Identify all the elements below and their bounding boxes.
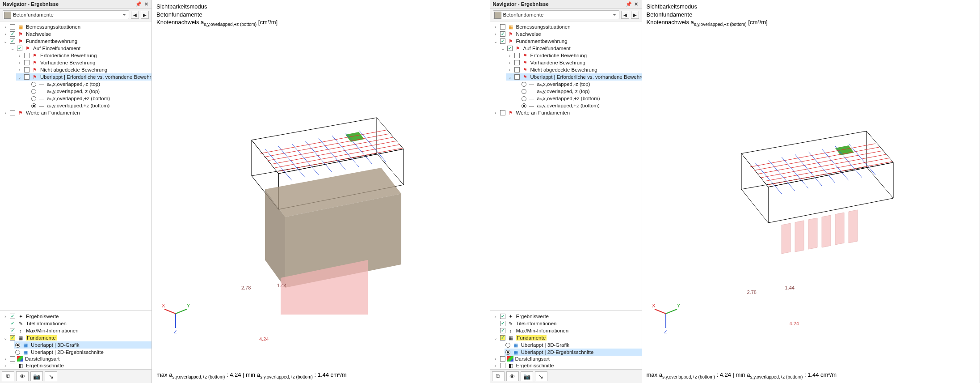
expand-icon[interactable]: › [493,314,498,319]
tree-werte[interactable]: Werte an Fundamenten [26,110,80,115]
checkbox[interactable] [10,110,15,115]
tree-u2d[interactable]: Überlappt | 2D-Ergebnisschnitte [521,349,594,355]
expand-icon[interactable]: › [17,60,22,65]
tree-ergebniswerte[interactable]: Ergebniswerte [516,314,549,319]
tree-fundamente[interactable]: Fundamente [516,335,547,340]
results-tree[interactable]: › ▦ Bemessungssituationen › ⚑ Nachweise … [490,21,642,311]
expand-icon[interactable]: › [507,53,513,58]
collapse-icon[interactable]: ⌄ [493,38,498,44]
tree-schnitte[interactable]: Ergebnisschnitte [26,363,64,368]
tree-titel[interactable]: Titelinformationen [516,321,557,326]
toolbar-screenshot-button[interactable]: ⧉ [492,371,505,381]
radio-asy-top[interactable] [522,89,526,94]
radio-asx-top[interactable] [31,82,36,87]
radio-asy-bottom[interactable] [31,103,36,108]
expand-icon[interactable]: › [3,356,8,362]
checkbox[interactable] [17,46,22,51]
checkbox[interactable] [514,74,520,80]
tree-maxmin[interactable]: Max/Min-Informationen [516,328,569,333]
checkbox[interactable] [500,321,505,326]
tree-erforderliche[interactable]: Erforderliche Bewehrung [40,53,97,58]
collapse-icon[interactable]: ⌄ [10,46,15,51]
tree-r3[interactable]: aₛ,x,overlapped,+z (bottom) [47,95,110,102]
checkbox[interactable] [500,335,505,340]
tree-nichtabgedeckt[interactable]: Nicht abgedeckte Bewehrung [40,67,107,72]
checkbox[interactable] [507,46,513,51]
checkbox[interactable] [500,24,505,30]
checkbox[interactable] [24,60,29,65]
tree-r1[interactable]: aₛ,x,overlapped,-z (top) [47,81,100,87]
tree-r2[interactable]: aₛ,y,overlapped,-z (top) [537,88,590,94]
expand-icon[interactable]: › [507,60,513,65]
close-icon[interactable]: ✕ [143,1,149,7]
tree-r1[interactable]: aₛ,x,overlapped,-z (top) [537,81,590,87]
tree-nichtabgedeckt[interactable]: Nicht abgedeckte Bewehrung [530,67,597,72]
tree-aufeinzelfundament[interactable]: Auf Einzelfundament [33,46,80,51]
tree-fundamente[interactable]: Fundamente [26,335,57,340]
pin-icon[interactable]: 📌 [135,1,141,7]
expand-icon[interactable]: › [493,24,498,30]
collapse-icon[interactable]: ⌄ [500,46,505,51]
tree-r4[interactable]: aₛ,y,overlapped,+z (bottom) [47,102,109,109]
toolbar-animate-button[interactable]: ↘ [45,371,57,381]
display-options-tree[interactable]: › ✦ Ergebniswerte ✎ Titelinformationen ↕… [490,311,642,369]
tree-u2d[interactable]: Überlappt | 2D-Ergebnisschnitte [31,349,104,355]
checkbox[interactable] [500,31,505,37]
checkbox[interactable] [500,314,505,319]
collapse-icon[interactable]: ⌄ [507,74,513,80]
radio-asx-top[interactable] [522,82,526,87]
collapse-icon[interactable]: ⌄ [493,335,498,340]
tree-erforderliche[interactable]: Erforderliche Bewehrung [530,53,587,58]
results-tree[interactable]: › ▦ Bemessungssituationen › ⚑ Nachweise [0,21,151,311]
nav-next-button[interactable]: ▶ [141,11,149,19]
checkbox[interactable] [24,67,29,72]
tree-uberlappt[interactable]: Überlappt | Erforderliche vs. vorhandene… [530,74,642,80]
tree-werte[interactable]: Werte an Fundamenten [516,110,570,115]
checkbox[interactable] [500,110,505,115]
checkbox[interactable] [10,328,15,333]
checkbox[interactable] [10,321,15,326]
tree-nachweise[interactable]: Nachweise [516,31,541,37]
tree-darstellungsart[interactable]: Darstellungsart [25,356,59,362]
checkbox[interactable] [500,328,505,333]
tree-darstellungsart[interactable]: Darstellungsart [515,356,550,362]
expand-icon[interactable]: › [3,24,8,30]
expand-icon[interactable]: › [493,31,498,37]
checkbox[interactable] [514,60,520,65]
tree-maxmin[interactable]: Max/Min-Informationen [26,328,79,333]
tree-bemessungssituationen[interactable]: Bemessungssituationen [516,24,571,30]
toolbar-camera-button[interactable]: 📷 [521,371,533,381]
expand-icon[interactable]: › [3,363,8,368]
checkbox[interactable] [500,356,505,362]
toolbar-eye-button[interactable]: 👁 [506,371,519,381]
checkbox[interactable] [514,67,520,72]
nav-prev-button[interactable]: ◀ [621,11,629,19]
expand-icon[interactable]: › [493,356,498,362]
radio-3d[interactable] [15,343,20,348]
checkbox[interactable] [514,53,520,58]
checkbox[interactable] [500,38,505,44]
tree-titel[interactable]: Titelinformationen [26,321,67,326]
radio-asy-top[interactable] [31,89,36,94]
tree-r2[interactable]: aₛ,y,overlapped,-z (top) [47,88,100,94]
expand-icon[interactable]: › [507,67,513,72]
tree-u3d[interactable]: Überlappt | 3D-Grafik [31,342,79,348]
checkbox[interactable] [24,53,29,58]
expand-icon[interactable]: › [493,363,498,368]
expand-icon[interactable]: › [17,67,22,72]
toolbar-screenshot-button[interactable]: ⧉ [2,371,14,381]
checkbox[interactable] [10,356,15,362]
toolbar-animate-button[interactable]: ↘ [535,371,547,381]
viewport-3d-canvas[interactable]: 2.78 1.44 4.24 X Y Z [642,27,980,369]
radio-2d[interactable] [505,350,510,355]
expand-icon[interactable]: › [3,31,8,37]
pin-icon[interactable]: 📌 [626,1,631,7]
checkbox[interactable] [10,24,15,30]
tree-r3[interactable]: aₛ,x,overlapped,+z (bottom) [537,95,600,102]
checkbox[interactable] [24,74,29,80]
results-category-combo[interactable]: Betonfundamente [3,10,129,19]
checkbox[interactable] [10,38,15,44]
radio-asx-bottom[interactable] [522,96,526,101]
tree-u3d[interactable]: Überlappt | 3D-Grafik [521,342,569,348]
tree-r4[interactable]: aₛ,y,overlapped,+z (bottom) [537,102,600,109]
